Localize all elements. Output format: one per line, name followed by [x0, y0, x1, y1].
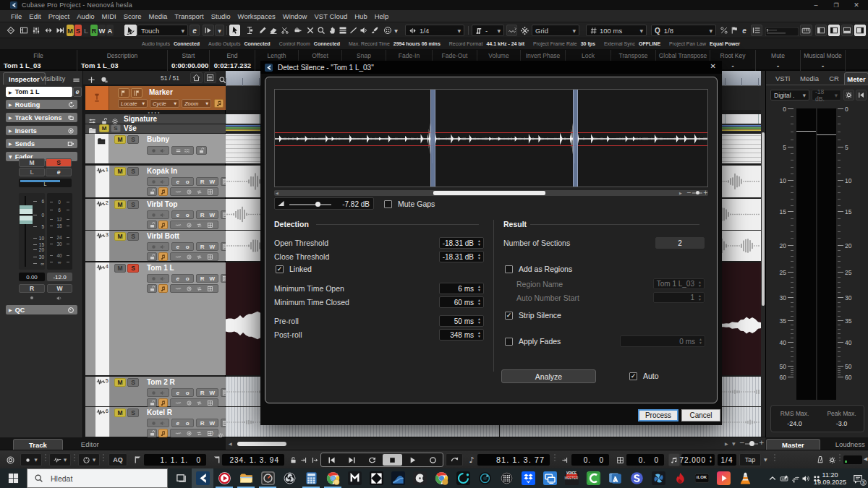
- grid-type-dropdown[interactable]: 100 ms▼: [586, 25, 647, 36]
- taskbar-app-wave-blue[interactable]: [387, 468, 409, 488]
- apply-fades-checkbox[interactable]: [505, 338, 513, 346]
- taskbar-app-chrome-profile[interactable]: [430, 468, 452, 488]
- global-state-M[interactable]: M: [67, 25, 74, 36]
- vertical-scroll-thumb[interactable]: [762, 132, 765, 306]
- edit-channel-label[interactable]: e: [174, 179, 182, 185]
- touch-keyboard-icon[interactable]: [778, 468, 789, 488]
- home-button[interactable]: [190, 72, 203, 83]
- analyze-button[interactable]: Analyze: [501, 369, 596, 383]
- inspector-track-name[interactable]: ▶Tom 1 L: [6, 87, 72, 97]
- monitor-icon[interactable]: [159, 147, 166, 154]
- menu-item-studio[interactable]: Studio: [211, 12, 231, 20]
- listen-icon[interactable]: [186, 286, 192, 292]
- taskbar-app-cubase[interactable]: [192, 468, 213, 488]
- signature-track[interactable]: Signature: [85, 114, 226, 124]
- info-column-value[interactable]: 0:00:00.000: [171, 61, 205, 69]
- midi-record-mode-group[interactable]: ▼: [78, 453, 100, 466]
- suspend-autoscroll-button[interactable]: [54, 25, 66, 36]
- global-state-W[interactable]: W: [98, 25, 106, 36]
- automation-read-label[interactable]: R: [198, 420, 207, 427]
- bubny-solo-button[interactable]: S: [127, 135, 139, 144]
- track-row-virbl-bott[interactable]: 3MSVirbl BotteoRW: [85, 231, 226, 261]
- grid-menu-icon[interactable]: ▼: [732, 441, 736, 446]
- snap-button[interactable]: [519, 25, 530, 36]
- device-icon[interactable]: [207, 286, 213, 292]
- meter-reset-button[interactable]: [856, 90, 867, 100]
- task-view-button[interactable]: [171, 468, 191, 488]
- meter-max-value[interactable]: -12.0: [47, 273, 72, 281]
- draw-tool[interactable]: [257, 25, 268, 36]
- fader-mute-button[interactable]: M: [19, 158, 45, 167]
- workspace-button[interactable]: [17, 25, 30, 36]
- folder-track-bubny[interactable]: MSBubny: [85, 134, 226, 163]
- zoom-slider-thumb[interactable]: [749, 441, 754, 446]
- glue-tool[interactable]: [292, 25, 303, 36]
- lock-icon[interactable]: [149, 286, 156, 292]
- track-mute-button[interactable]: M: [114, 264, 126, 273]
- spinner-icon[interactable]: ▲▼: [477, 285, 481, 292]
- track-timebase-button[interactable]: [158, 187, 168, 196]
- track-setup-button[interactable]: [42, 25, 54, 36]
- postroll-icon-button[interactable]: [615, 454, 625, 466]
- cancel-button[interactable]: Cancel: [681, 409, 720, 421]
- auto-checkbox[interactable]: ✓: [629, 372, 637, 380]
- record-button[interactable]: [423, 454, 443, 466]
- range-selection-tool[interactable]: [244, 25, 255, 36]
- inspector-section-qc[interactable]: ▶QC: [6, 305, 77, 314]
- inspector-section-routing[interactable]: ▶Routing: [6, 100, 77, 109]
- global-state-A[interactable]: A: [106, 25, 114, 36]
- automation-read-label[interactable]: R: [198, 212, 207, 218]
- swing-button[interactable]: [719, 25, 729, 36]
- taskbar-search[interactable]: Hledat: [27, 468, 168, 488]
- edit-channel-label[interactable]: e: [174, 275, 182, 282]
- global-state-R[interactable]: R: [90, 25, 98, 36]
- fader-rec-button[interactable]: [19, 294, 45, 301]
- swap-icon[interactable]: [196, 222, 203, 228]
- meter-source-dropdown[interactable]: Digital .▼: [770, 90, 809, 100]
- tab-meter[interactable]: Meter: [844, 72, 868, 85]
- automation-write-label[interactable]: W: [208, 244, 216, 250]
- taskbar-app-maschine[interactable]: [365, 468, 387, 488]
- comp-tool[interactable]: [337, 25, 348, 36]
- punch-out-button[interactable]: [309, 454, 319, 466]
- inspector-menu-button[interactable]: [72, 74, 80, 87]
- swap-icon[interactable]: [196, 189, 203, 195]
- marker-zoom-dropdown[interactable]: Zoom▼: [182, 99, 211, 108]
- automation-write-label[interactable]: W: [208, 390, 216, 396]
- edit-channel-label[interactable]: e: [174, 244, 182, 250]
- menu-item-midi[interactable]: MIDI: [102, 12, 116, 20]
- lock-icon[interactable]: [149, 222, 156, 228]
- dialog-titlebar[interactable]: Detect Silence - "Tom 1 L_03" ✕: [260, 61, 722, 74]
- automation-write-label[interactable]: W: [208, 212, 216, 218]
- monitor-icon[interactable]: [159, 390, 166, 396]
- add-as-regions-checkbox[interactable]: [505, 265, 513, 273]
- scroll-right-icon[interactable]: ▶: [679, 191, 682, 195]
- notification-center-button[interactable]: 3: [848, 468, 868, 488]
- menu-item-hub[interactable]: Hub: [354, 12, 367, 20]
- lock-icon[interactable]: [149, 254, 156, 260]
- taskbar-clock[interactable]: 11:2019.09.2025: [814, 468, 846, 488]
- menu-item-score[interactable]: Score: [124, 12, 142, 20]
- device-icon[interactable]: [207, 189, 213, 195]
- track-solo-button[interactable]: S: [127, 167, 139, 176]
- tempo-display[interactable]: 72.000▲▼: [681, 454, 715, 466]
- global-state-S[interactable]: S: [75, 25, 82, 36]
- maximize-button[interactable]: ❐: [826, 0, 846, 10]
- menu-item-window[interactable]: Window: [283, 12, 307, 20]
- split-tool[interactable]: [279, 25, 290, 36]
- info-column-value[interactable]: Tom 1 L_03: [81, 61, 163, 69]
- edit-channel-label[interactable]: e: [174, 212, 182, 218]
- automation-curve-icon[interactable]: [175, 400, 182, 406]
- cycle-button[interactable]: [362, 454, 382, 466]
- snap-type-dropdown[interactable]: Grid▼: [532, 25, 579, 36]
- steinberg-hub-button[interactable]: [4, 25, 17, 36]
- tab-media[interactable]: Media: [798, 72, 821, 85]
- record-enable-icon[interactable]: [150, 390, 157, 396]
- automation-curve-icon[interactable]: [175, 254, 182, 260]
- toggle-lower-zone[interactable]: [841, 25, 853, 36]
- automation-read-label[interactable]: R: [198, 275, 207, 282]
- automation-read-label[interactable]: R: [198, 244, 207, 250]
- menu-item-project[interactable]: Project: [48, 12, 70, 20]
- lock-icon[interactable]: [198, 147, 205, 154]
- marker-musical-button[interactable]: [214, 99, 224, 108]
